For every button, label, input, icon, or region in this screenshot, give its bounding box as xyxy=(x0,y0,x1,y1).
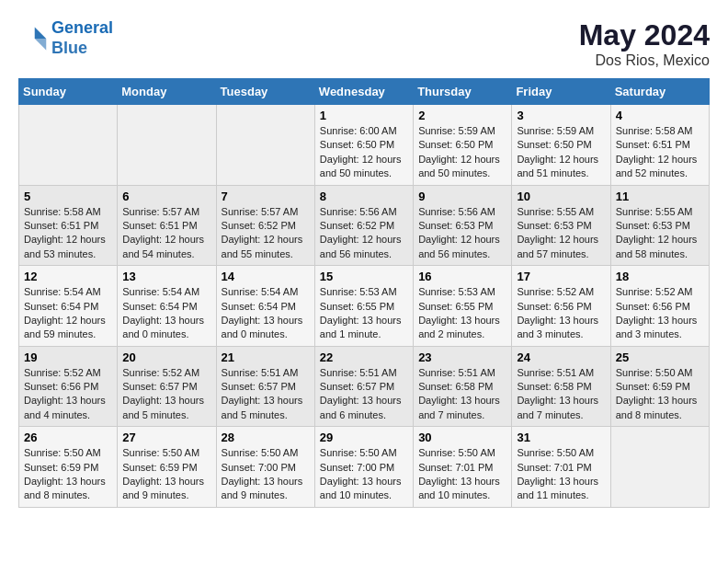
day-cell: 24Sunrise: 5:51 AM Sunset: 6:58 PM Dayli… xyxy=(512,346,610,427)
day-number: 29 xyxy=(320,431,408,444)
day-number: 17 xyxy=(517,270,605,283)
day-number: 21 xyxy=(222,350,310,364)
day-cell: 31Sunrise: 5:50 AM Sunset: 7:01 PM Dayli… xyxy=(512,427,610,508)
day-cell: 11Sunrise: 5:55 AM Sunset: 6:53 PM Dayli… xyxy=(610,185,709,266)
day-info: Sunrise: 5:50 AM Sunset: 7:00 PM Dayligh… xyxy=(320,446,408,503)
day-info: Sunrise: 5:51 AM Sunset: 6:58 PM Dayligh… xyxy=(418,366,506,423)
day-info: Sunrise: 5:52 AM Sunset: 6:57 PM Dayligh… xyxy=(122,366,210,423)
day-info: Sunrise: 5:53 AM Sunset: 6:55 PM Dayligh… xyxy=(320,285,408,342)
day-number: 27 xyxy=(122,431,210,444)
day-cell: 6Sunrise: 5:57 AM Sunset: 6:51 PM Daylig… xyxy=(118,185,216,266)
day-cell: 1Sunrise: 6:00 AM Sunset: 6:50 PM Daylig… xyxy=(314,105,413,186)
day-number: 11 xyxy=(616,190,704,203)
page-header: General Blue May 2024 Dos Rios, Mexico xyxy=(18,18,710,69)
day-cell: 17Sunrise: 5:52 AM Sunset: 6:56 PM Dayli… xyxy=(512,266,610,347)
day-cell: 13Sunrise: 5:54 AM Sunset: 6:54 PM Dayli… xyxy=(118,266,216,347)
day-cell: 7Sunrise: 5:57 AM Sunset: 6:52 PM Daylig… xyxy=(216,185,314,266)
day-cell: 20Sunrise: 5:52 AM Sunset: 6:57 PM Dayli… xyxy=(118,346,216,427)
day-header-thursday: Thursday xyxy=(414,79,512,105)
day-cell: 9Sunrise: 5:56 AM Sunset: 6:53 PM Daylig… xyxy=(414,185,512,266)
day-number: 23 xyxy=(418,350,506,364)
day-cell: 14Sunrise: 5:54 AM Sunset: 6:54 PM Dayli… xyxy=(216,266,314,347)
day-number: 20 xyxy=(122,350,210,364)
day-cell: 10Sunrise: 5:55 AM Sunset: 6:53 PM Dayli… xyxy=(512,185,610,266)
svg-marker-1 xyxy=(35,39,46,50)
day-number: 13 xyxy=(122,270,210,283)
day-number: 19 xyxy=(24,350,112,364)
location: Dos Rios, Mexico xyxy=(579,52,710,69)
day-info: Sunrise: 6:00 AM Sunset: 6:50 PM Dayligh… xyxy=(320,124,408,181)
day-header-monday: Monday xyxy=(118,79,216,105)
day-number: 18 xyxy=(616,270,704,283)
day-number: 24 xyxy=(517,350,605,364)
day-cell: 2Sunrise: 5:59 AM Sunset: 6:50 PM Daylig… xyxy=(414,105,512,186)
calendar-table: SundayMondayTuesdayWednesdayThursdayFrid… xyxy=(18,78,710,508)
day-number: 14 xyxy=(222,270,310,283)
day-info: Sunrise: 5:59 AM Sunset: 6:50 PM Dayligh… xyxy=(517,124,605,181)
week-row-1: 1Sunrise: 6:00 AM Sunset: 6:50 PM Daylig… xyxy=(19,105,710,186)
day-cell: 21Sunrise: 5:51 AM Sunset: 6:57 PM Dayli… xyxy=(216,346,314,427)
day-number: 12 xyxy=(24,270,112,283)
day-info: Sunrise: 5:54 AM Sunset: 6:54 PM Dayligh… xyxy=(222,285,310,342)
day-header-wednesday: Wednesday xyxy=(314,79,413,105)
day-info: Sunrise: 5:52 AM Sunset: 6:56 PM Dayligh… xyxy=(616,285,704,342)
day-info: Sunrise: 5:50 AM Sunset: 7:01 PM Dayligh… xyxy=(517,446,605,503)
day-number: 1 xyxy=(320,109,408,122)
day-info: Sunrise: 5:55 AM Sunset: 6:53 PM Dayligh… xyxy=(517,205,605,262)
svg-marker-0 xyxy=(35,27,46,38)
day-cell: 25Sunrise: 5:50 AM Sunset: 6:59 PM Dayli… xyxy=(610,346,709,427)
day-info: Sunrise: 5:52 AM Sunset: 6:56 PM Dayligh… xyxy=(517,285,605,342)
day-info: Sunrise: 5:54 AM Sunset: 6:54 PM Dayligh… xyxy=(122,285,210,342)
day-cell xyxy=(610,427,709,508)
day-cell: 15Sunrise: 5:53 AM Sunset: 6:55 PM Dayli… xyxy=(314,266,413,347)
day-info: Sunrise: 5:58 AM Sunset: 6:51 PM Dayligh… xyxy=(24,205,112,262)
day-cell: 16Sunrise: 5:53 AM Sunset: 6:55 PM Dayli… xyxy=(414,266,512,347)
day-cell xyxy=(19,105,118,186)
week-row-3: 12Sunrise: 5:54 AM Sunset: 6:54 PM Dayli… xyxy=(19,266,710,347)
day-cell: 26Sunrise: 5:50 AM Sunset: 6:59 PM Dayli… xyxy=(19,427,118,508)
day-info: Sunrise: 5:58 AM Sunset: 6:51 PM Dayligh… xyxy=(616,124,704,181)
week-row-4: 19Sunrise: 5:52 AM Sunset: 6:56 PM Dayli… xyxy=(19,346,710,427)
logo: General Blue xyxy=(18,18,113,58)
day-info: Sunrise: 5:54 AM Sunset: 6:54 PM Dayligh… xyxy=(24,285,112,342)
week-row-2: 5Sunrise: 5:58 AM Sunset: 6:51 PM Daylig… xyxy=(19,185,710,266)
day-header-tuesday: Tuesday xyxy=(216,79,314,105)
day-cell: 12Sunrise: 5:54 AM Sunset: 6:54 PM Dayli… xyxy=(19,266,118,347)
day-number: 10 xyxy=(517,190,605,203)
day-cell: 28Sunrise: 5:50 AM Sunset: 7:00 PM Dayli… xyxy=(216,427,314,508)
day-info: Sunrise: 5:51 AM Sunset: 6:57 PM Dayligh… xyxy=(222,366,310,423)
day-number: 7 xyxy=(222,190,310,203)
day-number: 5 xyxy=(24,190,112,203)
day-number: 2 xyxy=(418,109,506,122)
day-info: Sunrise: 5:56 AM Sunset: 6:53 PM Dayligh… xyxy=(418,205,506,262)
header-row: SundayMondayTuesdayWednesdayThursdayFrid… xyxy=(19,79,710,105)
day-header-sunday: Sunday xyxy=(19,79,118,105)
day-number: 28 xyxy=(222,431,310,444)
day-info: Sunrise: 5:51 AM Sunset: 6:57 PM Dayligh… xyxy=(320,366,408,423)
day-cell: 18Sunrise: 5:52 AM Sunset: 6:56 PM Dayli… xyxy=(610,266,709,347)
day-cell: 19Sunrise: 5:52 AM Sunset: 6:56 PM Dayli… xyxy=(19,346,118,427)
day-info: Sunrise: 5:55 AM Sunset: 6:53 PM Dayligh… xyxy=(616,205,704,262)
day-number: 9 xyxy=(418,190,506,203)
day-info: Sunrise: 5:53 AM Sunset: 6:55 PM Dayligh… xyxy=(418,285,506,342)
day-cell: 8Sunrise: 5:56 AM Sunset: 6:52 PM Daylig… xyxy=(314,185,413,266)
day-cell: 22Sunrise: 5:51 AM Sunset: 6:57 PM Dayli… xyxy=(314,346,413,427)
day-cell: 4Sunrise: 5:58 AM Sunset: 6:51 PM Daylig… xyxy=(610,105,709,186)
day-number: 8 xyxy=(320,190,408,203)
day-number: 22 xyxy=(320,350,408,364)
day-info: Sunrise: 5:50 AM Sunset: 6:59 PM Dayligh… xyxy=(122,446,210,503)
day-number: 30 xyxy=(418,431,506,444)
day-info: Sunrise: 5:50 AM Sunset: 7:00 PM Dayligh… xyxy=(222,446,310,503)
day-number: 15 xyxy=(320,270,408,283)
logo-text: General Blue xyxy=(51,18,113,58)
day-info: Sunrise: 5:52 AM Sunset: 6:56 PM Dayligh… xyxy=(24,366,112,423)
month-title: May 2024 xyxy=(579,18,710,52)
day-header-saturday: Saturday xyxy=(610,79,709,105)
day-cell xyxy=(216,105,314,186)
day-number: 16 xyxy=(418,270,506,283)
day-number: 31 xyxy=(517,431,605,444)
day-header-friday: Friday xyxy=(512,79,610,105)
day-info: Sunrise: 5:51 AM Sunset: 6:58 PM Dayligh… xyxy=(517,366,605,423)
logo-icon xyxy=(18,24,48,53)
day-info: Sunrise: 5:56 AM Sunset: 6:52 PM Dayligh… xyxy=(320,205,408,262)
